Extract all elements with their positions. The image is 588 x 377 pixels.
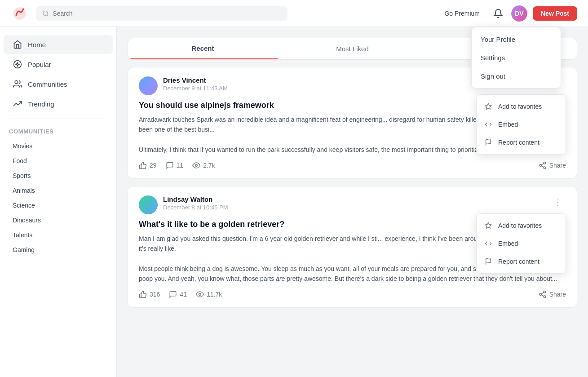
- new-post-button[interactable]: New Post: [533, 6, 577, 21]
- sidebar-item-trending-label: Trending: [28, 100, 54, 108]
- svg-point-8: [539, 164, 542, 166]
- sidebar-item-communities-label: Communities: [28, 80, 67, 88]
- svg-point-3: [15, 81, 18, 84]
- sidebar-community-gaming[interactable]: Gaming: [4, 243, 113, 257]
- post-2-avatar: [139, 195, 158, 214]
- sidebar-community-dinosaurs[interactable]: Dinosaurs: [4, 213, 113, 227]
- post-1-dropdown: Add to favorites Embed: [476, 94, 566, 155]
- post-2-embed[interactable]: Embed: [477, 235, 566, 253]
- avatar: DV: [511, 5, 527, 22]
- post-1-likes[interactable]: 29: [139, 161, 157, 169]
- svg-point-9: [544, 167, 546, 169]
- flag-icon: [484, 138, 493, 147]
- post-2-actions: 316 41 11.7k: [139, 290, 566, 298]
- post-1-avatar: [139, 76, 158, 95]
- flag-icon-2: [484, 257, 493, 266]
- post-1-actions: 29 11 2.7k: [139, 161, 566, 169]
- post-2-add-favorites[interactable]: Add to favorites: [477, 217, 566, 235]
- post-1-report-label: Report content: [498, 139, 539, 146]
- home-icon: [13, 40, 22, 49]
- post-2-dropdown: Add to favorites Embed: [476, 213, 566, 274]
- post-2-views: 11.7k: [196, 290, 222, 298]
- trending-icon: [13, 99, 22, 109]
- profile-dropdown-sign-out[interactable]: Sign out: [472, 67, 561, 85]
- eye-icon: [192, 161, 200, 169]
- sidebar-divider: [9, 119, 107, 119]
- profile-dropdown-settings[interactable]: Settings: [472, 49, 561, 67]
- communities-icon: [13, 79, 22, 89]
- sidebar-item-communities[interactable]: Communities: [4, 75, 113, 93]
- post-2-more-button[interactable]: ⋮: [550, 195, 566, 208]
- post-2-report[interactable]: Report content: [477, 253, 566, 271]
- post-2-meta: Lindsay Walton December 8 at 10:45 PM: [163, 195, 544, 211]
- svg-line-11: [541, 163, 544, 164]
- svg-point-15: [544, 291, 546, 293]
- post-2-share[interactable]: Share: [539, 290, 566, 298]
- sidebar: Home Popular Communities: [0, 27, 117, 326]
- user-avatar-button[interactable]: DV: [511, 5, 527, 22]
- search-icon: [42, 10, 49, 17]
- sidebar-item-trending[interactable]: Trending: [4, 94, 113, 113]
- svg-point-6: [195, 164, 198, 166]
- svg-line-18: [541, 295, 544, 296]
- share-icon: [539, 161, 547, 169]
- post-1-comments[interactable]: 11: [166, 161, 184, 169]
- search-input[interactable]: [53, 10, 281, 17]
- svg-line-1: [47, 14, 49, 16]
- post-2-comments[interactable]: 41: [169, 290, 187, 298]
- communities-section-title: Communities: [0, 124, 116, 138]
- go-premium-button[interactable]: Go Premium: [439, 6, 485, 21]
- svg-point-7: [544, 162, 546, 164]
- embed-icon: [484, 120, 493, 129]
- post-1-views: 2.7k: [192, 161, 215, 169]
- share-icon-2: [539, 290, 547, 298]
- tab-most-liked[interactable]: Most Liked: [278, 38, 427, 59]
- profile-dropdown-your-profile[interactable]: Your Profile: [472, 30, 561, 49]
- sidebar-item-home-label: Home: [28, 41, 46, 49]
- header: Go Premium DV New Post: [0, 0, 588, 27]
- sidebar-item-popular-label: Popular: [28, 61, 51, 68]
- post-1-report[interactable]: Report content: [477, 133, 566, 151]
- post-2-embed-label: Embed: [498, 240, 518, 247]
- embed-icon-2: [484, 239, 493, 248]
- svg-point-16: [539, 293, 542, 295]
- notifications-button[interactable]: [491, 6, 506, 21]
- post-2-header: Lindsay Walton December 8 at 10:45 PM ⋮: [139, 195, 566, 214]
- tab-recent[interactable]: Recent: [128, 38, 278, 59]
- post-2-add-favorites-label: Add to favorites: [498, 222, 542, 229]
- star-icon-2: [484, 221, 493, 230]
- post-1-add-favorites[interactable]: Add to favorites: [477, 98, 566, 115]
- svg-line-10: [541, 166, 544, 167]
- sidebar-community-movies[interactable]: Movies: [4, 139, 113, 153]
- profile-dropdown: Your Profile Settings Sign out: [471, 27, 561, 89]
- sidebar-community-science[interactable]: Science: [4, 198, 113, 213]
- svg-marker-4: [485, 103, 491, 109]
- post-2-date: December 8 at 10:45 PM: [163, 204, 544, 211]
- svg-line-19: [541, 292, 544, 293]
- post-1-embed[interactable]: Embed: [477, 115, 566, 133]
- search-bar[interactable]: [36, 6, 287, 21]
- svg-point-17: [544, 296, 546, 298]
- svg-marker-12: [485, 222, 491, 228]
- post-2-report-label: Report content: [498, 258, 539, 265]
- thumbs-up-icon-2: [139, 290, 147, 298]
- sidebar-community-animals[interactable]: Animals: [4, 183, 113, 198]
- sidebar-community-talents[interactable]: Talents: [4, 228, 113, 242]
- svg-point-14: [199, 293, 201, 295]
- sidebar-item-home[interactable]: Home: [4, 35, 113, 54]
- sidebar-community-sports[interactable]: Sports: [4, 169, 113, 183]
- comment-icon-2: [169, 290, 177, 298]
- post-1-share[interactable]: Share: [539, 161, 566, 169]
- post-2-likes[interactable]: 316: [139, 290, 160, 298]
- sidebar-community-food[interactable]: Food: [4, 154, 113, 168]
- post-card-2: Lindsay Walton December 8 at 10:45 PM ⋮: [128, 186, 577, 308]
- post-1-add-favorites-label: Add to favorites: [498, 103, 542, 110]
- eye-icon-2: [196, 290, 204, 298]
- sidebar-item-popular[interactable]: Popular: [4, 55, 113, 74]
- bell-icon: [493, 9, 503, 18]
- post-2-author: Lindsay Walton: [163, 195, 544, 203]
- comment-icon: [166, 161, 174, 169]
- popular-icon: [13, 59, 22, 69]
- thumbs-up-icon: [139, 161, 147, 169]
- header-right: Go Premium DV New Post: [439, 5, 577, 22]
